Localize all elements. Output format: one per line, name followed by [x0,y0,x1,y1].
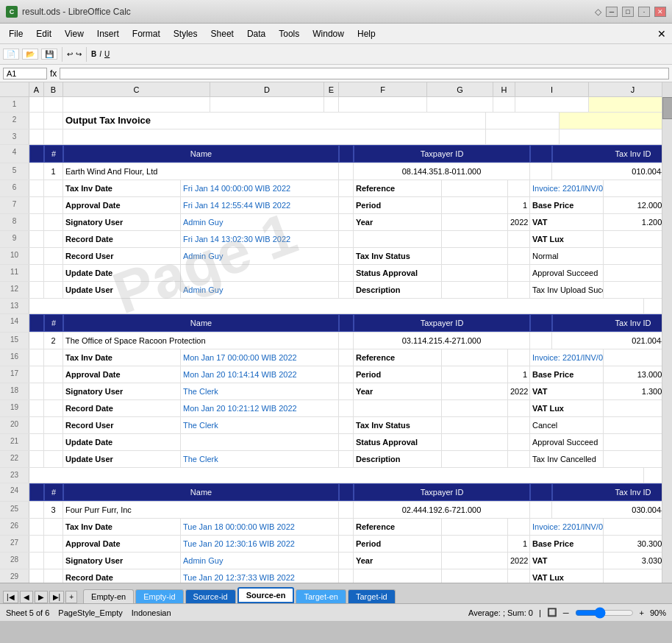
inv1-vatlux-label: VAT Lux [530,231,604,247]
title-bar: C result.ods - LibreOffice Calc ◇ ─ □ · … [0,0,672,24]
close-button[interactable]: ✕ [654,7,666,17]
col-header-c[interactable]: C [63,82,210,96]
inv2-year-label: Year [354,383,442,399]
app-icon: C [6,6,18,18]
inv2-appr-label: Approval Date [63,366,181,383]
status-icon-1: | [539,608,541,617]
tab-target-id[interactable]: Target-id [348,589,396,603]
vertical-scrollbar[interactable] [662,82,672,583]
inv1-year-val: 2022 [508,214,530,230]
inv2-sign-label: Signatory User [63,383,181,399]
inv1-ref-val: Invoice: 2201/INV/015 [530,180,604,196]
inv3-appr-label: Approval Date [63,536,181,552]
menu-file[interactable]: File [3,26,29,41]
corner-cell [0,82,29,96]
table-row: 28 Signatory User Admin Guy Year 2022 VA… [0,553,672,569]
inv1-period-val: 1 [508,197,530,213]
inv2-period-val: 1 [508,366,530,383]
tab-last-button[interactable]: ▶| [49,591,65,603]
col-header-j[interactable]: J [589,82,672,96]
tab-empty-id[interactable]: Empty-id [135,589,183,603]
spreadsheet: A B C D E F G H I J K L 1 [0,82,672,583]
menu-view[interactable]: View [59,26,90,41]
grid: 1 2 Output Tax Invoice [0,97,672,583]
formula-input[interactable] [60,68,669,79]
toolbar-italic[interactable]: I [99,50,101,58]
tab-source-en[interactable]: Source-en [237,587,295,603]
inv2-ref-label: Reference [354,349,442,366]
table-row: 22 Update User The Clerk Description Tax… [0,451,672,468]
col-header-f[interactable]: F [339,82,427,96]
col-header-d[interactable]: D [210,82,324,96]
inv2-recdate-val: Mon Jan 20 10:21:12 WIB 2022 [181,400,339,416]
inv1-ref-label: Reference [354,180,442,196]
menu-edit[interactable]: Edit [30,26,57,41]
tab-empty-en[interactable]: Empty-en [83,589,134,603]
toolbar-undo[interactable]: ↩ [67,50,73,58]
inv2-desc-label: Description [354,451,442,467]
header3-taxpayer: Taxpayer ID [354,483,530,501]
scrollbar-thumb[interactable] [662,97,672,119]
inv2-taxinvid: 021.004-21.31234568 [552,333,672,349]
column-headers: A B C D E F G H I J K L [0,82,672,97]
toolbar-bold[interactable]: B [91,50,96,58]
menu-data[interactable]: Data [241,26,271,41]
menu-help[interactable]: Help [351,26,382,41]
header-taxinv: Tax Inv ID [552,145,672,163]
inv2-base-label: Base Price [530,366,604,383]
menu-window[interactable]: Window [307,26,350,41]
inv2-upduser-label: Update User [63,451,181,467]
tab-next-button[interactable]: ▶ [35,591,48,603]
menu-close-button[interactable]: ✕ [654,28,669,40]
zoom-out-button[interactable]: ─ [563,608,569,617]
inv3-taxdate-val: Tue Jan 18 00:00:00 WIB 2022 [181,519,339,535]
col-header-i[interactable]: I [515,82,589,96]
tab-first-button[interactable]: |◀ [3,591,18,603]
restore-button[interactable]: □ [622,7,634,17]
inv1-recdate-label: Record Date [63,231,181,247]
minimize-button[interactable]: ─ [606,7,618,17]
toolbar-save[interactable]: 💾 [41,49,57,60]
menu-sheet[interactable]: Sheet [205,26,240,41]
inv1-year-label: Year [354,214,442,230]
zoom-slider[interactable] [575,607,634,619]
inv1-appr-label: Approval Date [63,197,181,213]
maximize-button[interactable]: · [638,7,650,17]
table-row: 26 Tax Inv Date Tue Jan 18 00:00:00 WIB … [0,519,672,536]
toolbar-new[interactable]: 📄 [3,49,19,60]
menu-insert[interactable]: Insert [91,26,125,41]
inv1-desc-val: Tax Inv Upload Succeed [530,282,604,298]
toolbar-open[interactable]: 📂 [22,49,38,60]
col-header-e[interactable]: E [324,82,339,96]
col-header-a[interactable]: A [29,82,44,96]
col-header-b[interactable]: B [44,82,63,96]
header2-name: Name [63,314,339,332]
table-row: 6 Tax Inv Date Fri Jan 14 00:00:00 WIB 2… [0,180,672,197]
col-header-g[interactable]: G [427,82,493,96]
inv2-statappr-label: Status Approval [354,434,442,450]
tab-source-id[interactable]: Source-id [185,589,236,603]
menu-tools[interactable]: Tools [273,26,305,41]
inv2-taxpayer: 03.114.215.4-271.000 [354,333,530,349]
inv3-recdate-val: Tue Jan 20 12:37:33 WIB 2022 [181,569,339,583]
toolbar-underline[interactable]: U [104,50,110,58]
inv3-recdate-label: Record Date [63,569,181,583]
cell-reference-input[interactable] [3,68,47,79]
inv2-appr-val: Mon Jan 20 10:14:14 WIB 2022 [181,366,339,383]
inv2-num: 2 [44,333,63,349]
window-title: result.ods - LibreOffice Calc [22,7,131,17]
table-row: 18 Signatory User The Clerk Year 2022 VA… [0,383,672,400]
inv1-name: Earth Wind And Flour, Ltd [63,163,339,180]
menu-format[interactable]: Format [126,26,166,41]
col-header-h[interactable]: H [493,82,515,96]
inv1-recuser-label: Record User [63,248,181,264]
tab-prev-button[interactable]: ◀ [20,591,33,603]
toolbar-redo[interactable]: ↪ [76,50,82,58]
tab-target-en[interactable]: Target-en [296,589,346,603]
menu-styles[interactable]: Styles [168,26,204,41]
inv3-period-val: 1 [508,536,530,552]
tab-add-button[interactable]: + [65,591,77,603]
zoom-in-button[interactable]: + [640,608,644,617]
header3-hash: # [44,483,63,501]
inv1-taxstatus-val: Normal [530,248,604,264]
